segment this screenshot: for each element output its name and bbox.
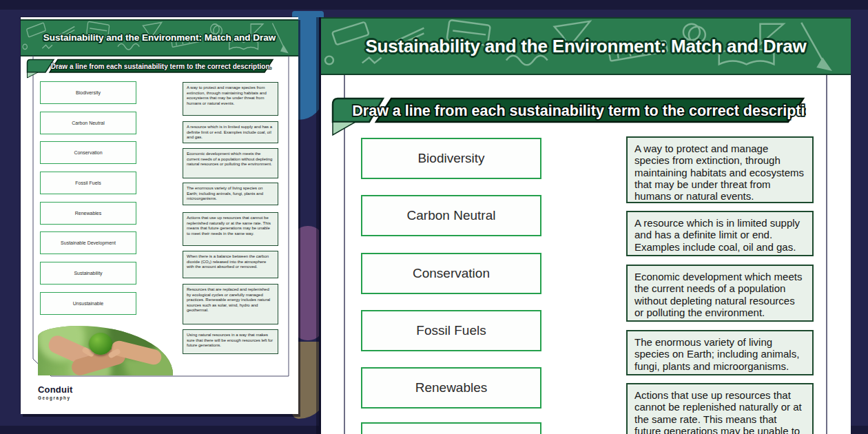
description-box: Using natural resources in a way that ma… (183, 329, 278, 354)
description-box: A resource which is in limited supply an… (626, 211, 814, 256)
screenshot-stage: Sustainability and the Environment: Matc… (0, 0, 868, 434)
worksheet-title: Sustainability and the Environment: Matc… (21, 21, 298, 55)
description-box: Resources that are replaced and replenis… (183, 284, 278, 324)
term-box: Carbon Neutral (361, 195, 541, 236)
banner-ribbon-fold (28, 72, 39, 78)
term-label: Sustainability (74, 271, 102, 276)
worksheet-header-banner: Sustainability and the Environment: Matc… (21, 19, 298, 56)
instruction-text: Draw a line from each sustainability ter… (352, 103, 806, 119)
description-box: Actions that use up resources that canno… (626, 383, 814, 434)
description-box: The enormous variety of living species o… (183, 183, 278, 205)
term-label: Sustainable Development (61, 240, 116, 245)
description-box: When there is a balance between the carb… (183, 251, 278, 278)
publisher-logo: Conduit Geography (38, 385, 73, 400)
term-label: Unsustainable (73, 301, 103, 306)
term-box: Biodiversity (361, 138, 541, 179)
term-label: Conservation (74, 150, 102, 155)
description-box: The enormous variety of living species o… (626, 330, 814, 375)
term-box: Fossil Fuels (361, 310, 541, 351)
term-label: Biodiversity (76, 90, 101, 95)
term-box: Sustainable Development (40, 231, 136, 254)
worksheet-thumbnail-page: Sustainability and the Environment: Matc… (21, 17, 298, 414)
logo-subbrand-text: Geography (38, 395, 73, 400)
term-box: Unsustainable (40, 292, 136, 315)
top-background-strip (0, 0, 868, 10)
worksheet-zoomed-page: Sustainability and the Environment: Matc… (319, 17, 851, 434)
term-label: Fossil Fuels (75, 180, 101, 185)
term-box: Carbon Neutral (40, 112, 136, 134)
description-box: Economic development which meets the cur… (626, 265, 814, 322)
term-label: Conservation (413, 266, 490, 281)
term-box: Sustainability (40, 262, 136, 285)
banner-ribbon-end (28, 60, 54, 73)
term-box: Biodiversity (40, 81, 136, 104)
term-label: Carbon Neutral (407, 208, 496, 223)
term-label: Fossil Fuels (416, 323, 486, 338)
description-box: A way to protect and manage species from… (183, 82, 278, 116)
worksheet-title: Sustainability and the Environment: Matc… (321, 19, 851, 74)
term-box: Conservation (361, 253, 541, 294)
instruction-banner: Draw a line from each sustainability ter… (331, 96, 806, 138)
term-box: Sustainable Development (361, 422, 541, 434)
description-box: A resource which is in limited supply an… (183, 121, 278, 143)
instruction-banner: Draw a line from each sustainability ter… (26, 59, 274, 79)
logo-brand-text: Conduit (38, 385, 73, 394)
green-globe-icon (89, 333, 112, 355)
term-box: Fossil Fuels (40, 172, 136, 194)
banner-ribbon-fold (333, 122, 355, 135)
term-label: Carbon Neutral (72, 121, 104, 125)
term-label: Renewables (415, 380, 488, 395)
term-box: Renewables (40, 202, 136, 225)
description-box: Economic development which meets the cur… (183, 148, 278, 178)
description-box: A way to protect and manage species from… (626, 136, 814, 203)
worksheet-header-banner: Sustainability and the Environment: Matc… (321, 17, 851, 75)
term-box: Conservation (40, 141, 136, 164)
term-label: Renewables (75, 211, 102, 216)
description-box: Actions that use up resources that canno… (183, 212, 278, 246)
instruction-text: Draw a line from each sustainability ter… (51, 63, 272, 70)
term-label: Biodiversity (417, 151, 484, 166)
term-box: Renewables (361, 367, 541, 409)
